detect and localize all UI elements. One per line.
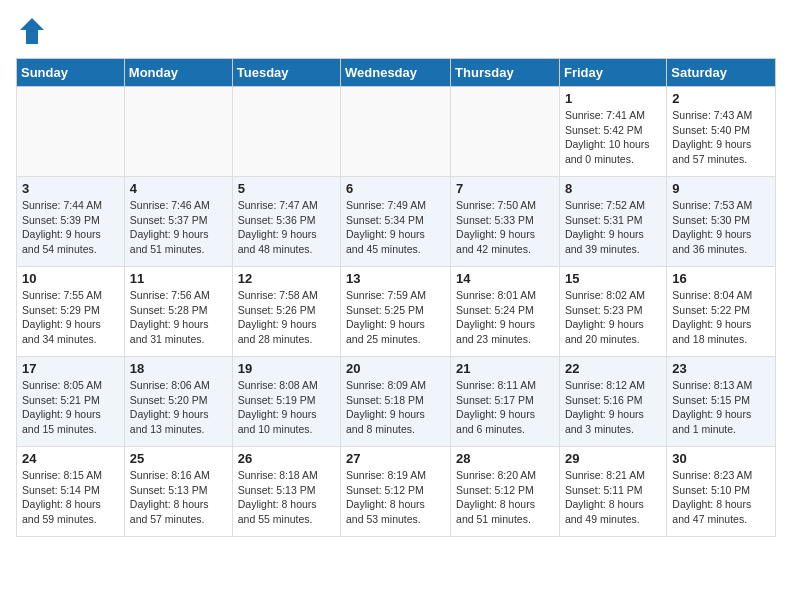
day-number: 30 — [672, 451, 770, 466]
day-number: 11 — [130, 271, 227, 286]
calendar-cell: 19Sunrise: 8:08 AM Sunset: 5:19 PM Dayli… — [232, 357, 340, 447]
day-info: Sunrise: 7:56 AM Sunset: 5:28 PM Dayligh… — [130, 288, 227, 347]
calendar: SundayMondayTuesdayWednesdayThursdayFrid… — [16, 58, 776, 537]
day-info: Sunrise: 8:19 AM Sunset: 5:12 PM Dayligh… — [346, 468, 445, 527]
day-info: Sunrise: 8:08 AM Sunset: 5:19 PM Dayligh… — [238, 378, 335, 437]
calendar-cell: 28Sunrise: 8:20 AM Sunset: 5:12 PM Dayli… — [451, 447, 560, 537]
calendar-week-row: 3Sunrise: 7:44 AM Sunset: 5:39 PM Daylig… — [17, 177, 776, 267]
day-number: 19 — [238, 361, 335, 376]
calendar-cell: 6Sunrise: 7:49 AM Sunset: 5:34 PM Daylig… — [341, 177, 451, 267]
day-number: 15 — [565, 271, 661, 286]
day-info: Sunrise: 7:49 AM Sunset: 5:34 PM Dayligh… — [346, 198, 445, 257]
calendar-cell: 26Sunrise: 8:18 AM Sunset: 5:13 PM Dayli… — [232, 447, 340, 537]
day-info: Sunrise: 7:41 AM Sunset: 5:42 PM Dayligh… — [565, 108, 661, 167]
weekday-header: Monday — [124, 59, 232, 87]
day-number: 23 — [672, 361, 770, 376]
calendar-cell: 2Sunrise: 7:43 AM Sunset: 5:40 PM Daylig… — [667, 87, 776, 177]
calendar-cell: 5Sunrise: 7:47 AM Sunset: 5:36 PM Daylig… — [232, 177, 340, 267]
day-number: 9 — [672, 181, 770, 196]
day-info: Sunrise: 7:55 AM Sunset: 5:29 PM Dayligh… — [22, 288, 119, 347]
calendar-cell — [341, 87, 451, 177]
day-info: Sunrise: 8:05 AM Sunset: 5:21 PM Dayligh… — [22, 378, 119, 437]
calendar-cell: 27Sunrise: 8:19 AM Sunset: 5:12 PM Dayli… — [341, 447, 451, 537]
day-number: 14 — [456, 271, 554, 286]
calendar-cell: 1Sunrise: 7:41 AM Sunset: 5:42 PM Daylig… — [559, 87, 666, 177]
calendar-cell: 22Sunrise: 8:12 AM Sunset: 5:16 PM Dayli… — [559, 357, 666, 447]
day-number: 21 — [456, 361, 554, 376]
calendar-cell: 21Sunrise: 8:11 AM Sunset: 5:17 PM Dayli… — [451, 357, 560, 447]
day-number: 22 — [565, 361, 661, 376]
day-number: 16 — [672, 271, 770, 286]
calendar-cell: 16Sunrise: 8:04 AM Sunset: 5:22 PM Dayli… — [667, 267, 776, 357]
day-info: Sunrise: 7:50 AM Sunset: 5:33 PM Dayligh… — [456, 198, 554, 257]
calendar-cell: 17Sunrise: 8:05 AM Sunset: 5:21 PM Dayli… — [17, 357, 125, 447]
day-info: Sunrise: 8:20 AM Sunset: 5:12 PM Dayligh… — [456, 468, 554, 527]
day-number: 7 — [456, 181, 554, 196]
day-number: 24 — [22, 451, 119, 466]
calendar-cell: 24Sunrise: 8:15 AM Sunset: 5:14 PM Dayli… — [17, 447, 125, 537]
day-number: 29 — [565, 451, 661, 466]
calendar-cell: 30Sunrise: 8:23 AM Sunset: 5:10 PM Dayli… — [667, 447, 776, 537]
calendar-cell: 20Sunrise: 8:09 AM Sunset: 5:18 PM Dayli… — [341, 357, 451, 447]
day-number: 6 — [346, 181, 445, 196]
calendar-cell — [124, 87, 232, 177]
day-info: Sunrise: 8:11 AM Sunset: 5:17 PM Dayligh… — [456, 378, 554, 437]
page-header — [16, 16, 776, 48]
calendar-header-row: SundayMondayTuesdayWednesdayThursdayFrid… — [17, 59, 776, 87]
calendar-cell: 4Sunrise: 7:46 AM Sunset: 5:37 PM Daylig… — [124, 177, 232, 267]
svg-marker-0 — [20, 18, 44, 44]
calendar-cell: 18Sunrise: 8:06 AM Sunset: 5:20 PM Dayli… — [124, 357, 232, 447]
weekday-header: Saturday — [667, 59, 776, 87]
day-info: Sunrise: 8:02 AM Sunset: 5:23 PM Dayligh… — [565, 288, 661, 347]
day-number: 17 — [22, 361, 119, 376]
calendar-week-row: 24Sunrise: 8:15 AM Sunset: 5:14 PM Dayli… — [17, 447, 776, 537]
day-number: 1 — [565, 91, 661, 106]
calendar-week-row: 1Sunrise: 7:41 AM Sunset: 5:42 PM Daylig… — [17, 87, 776, 177]
day-info: Sunrise: 8:06 AM Sunset: 5:20 PM Dayligh… — [130, 378, 227, 437]
day-number: 20 — [346, 361, 445, 376]
weekday-header: Thursday — [451, 59, 560, 87]
day-number: 13 — [346, 271, 445, 286]
day-info: Sunrise: 8:12 AM Sunset: 5:16 PM Dayligh… — [565, 378, 661, 437]
weekday-header: Friday — [559, 59, 666, 87]
calendar-cell: 7Sunrise: 7:50 AM Sunset: 5:33 PM Daylig… — [451, 177, 560, 267]
day-info: Sunrise: 8:21 AM Sunset: 5:11 PM Dayligh… — [565, 468, 661, 527]
day-info: Sunrise: 7:46 AM Sunset: 5:37 PM Dayligh… — [130, 198, 227, 257]
day-number: 2 — [672, 91, 770, 106]
logo — [16, 16, 52, 48]
day-number: 4 — [130, 181, 227, 196]
calendar-cell: 12Sunrise: 7:58 AM Sunset: 5:26 PM Dayli… — [232, 267, 340, 357]
day-number: 25 — [130, 451, 227, 466]
day-info: Sunrise: 7:47 AM Sunset: 5:36 PM Dayligh… — [238, 198, 335, 257]
day-number: 18 — [130, 361, 227, 376]
calendar-cell: 9Sunrise: 7:53 AM Sunset: 5:30 PM Daylig… — [667, 177, 776, 267]
day-info: Sunrise: 8:18 AM Sunset: 5:13 PM Dayligh… — [238, 468, 335, 527]
day-info: Sunrise: 7:59 AM Sunset: 5:25 PM Dayligh… — [346, 288, 445, 347]
day-info: Sunrise: 8:23 AM Sunset: 5:10 PM Dayligh… — [672, 468, 770, 527]
calendar-week-row: 17Sunrise: 8:05 AM Sunset: 5:21 PM Dayli… — [17, 357, 776, 447]
calendar-cell: 15Sunrise: 8:02 AM Sunset: 5:23 PM Dayli… — [559, 267, 666, 357]
day-number: 10 — [22, 271, 119, 286]
day-number: 5 — [238, 181, 335, 196]
day-number: 27 — [346, 451, 445, 466]
weekday-header: Sunday — [17, 59, 125, 87]
day-info: Sunrise: 7:52 AM Sunset: 5:31 PM Dayligh… — [565, 198, 661, 257]
calendar-cell — [451, 87, 560, 177]
day-number: 3 — [22, 181, 119, 196]
day-info: Sunrise: 7:58 AM Sunset: 5:26 PM Dayligh… — [238, 288, 335, 347]
day-number: 12 — [238, 271, 335, 286]
weekday-header: Tuesday — [232, 59, 340, 87]
day-info: Sunrise: 7:43 AM Sunset: 5:40 PM Dayligh… — [672, 108, 770, 167]
day-info: Sunrise: 7:44 AM Sunset: 5:39 PM Dayligh… — [22, 198, 119, 257]
calendar-cell: 13Sunrise: 7:59 AM Sunset: 5:25 PM Dayli… — [341, 267, 451, 357]
calendar-cell: 23Sunrise: 8:13 AM Sunset: 5:15 PM Dayli… — [667, 357, 776, 447]
calendar-cell: 11Sunrise: 7:56 AM Sunset: 5:28 PM Dayli… — [124, 267, 232, 357]
day-info: Sunrise: 8:13 AM Sunset: 5:15 PM Dayligh… — [672, 378, 770, 437]
calendar-cell: 10Sunrise: 7:55 AM Sunset: 5:29 PM Dayli… — [17, 267, 125, 357]
day-info: Sunrise: 7:53 AM Sunset: 5:30 PM Dayligh… — [672, 198, 770, 257]
calendar-cell: 3Sunrise: 7:44 AM Sunset: 5:39 PM Daylig… — [17, 177, 125, 267]
day-info: Sunrise: 8:16 AM Sunset: 5:13 PM Dayligh… — [130, 468, 227, 527]
day-info: Sunrise: 8:01 AM Sunset: 5:24 PM Dayligh… — [456, 288, 554, 347]
calendar-cell — [232, 87, 340, 177]
day-number: 26 — [238, 451, 335, 466]
